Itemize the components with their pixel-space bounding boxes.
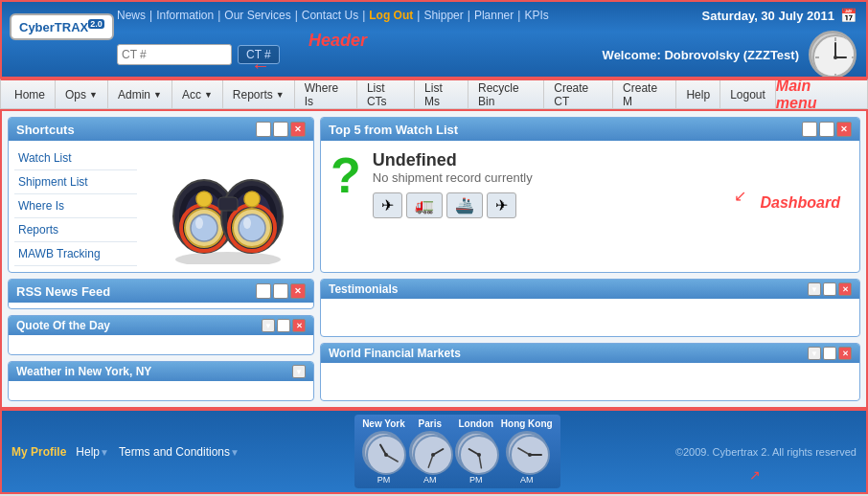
shortcut-watch-list[interactable]: Watch List <box>14 147 137 170</box>
footer: My Profile Help▼ Terms and Conditions▼ N… <box>0 409 868 494</box>
rss-panel: RSS News Feed ▼ ▭ ✕ <box>8 279 314 309</box>
svg-point-37 <box>477 453 481 457</box>
sep7: | <box>517 9 520 22</box>
nav-planner[interactable]: Planner <box>474 9 514 22</box>
clock-newyork-label: New York <box>362 418 405 429</box>
menu-where-is[interactable]: Where Is <box>295 80 357 108</box>
top5-up-btn[interactable]: ▲ <box>802 122 817 137</box>
menu-create-ct[interactable]: Create CT <box>544 80 613 108</box>
top5-body: ? Undefined No shipment record currently… <box>321 141 859 228</box>
footer-my-profile[interactable]: My Profile <box>11 445 66 459</box>
svg-point-20 <box>239 214 265 241</box>
nav-kpis[interactable]: KPIs <box>524 9 548 22</box>
menu-help[interactable]: Help <box>676 80 720 108</box>
nav-logout[interactable]: Log Out <box>369 9 413 22</box>
rss-header: RSS News Feed ▼ ▭ ✕ <box>9 280 313 303</box>
content-area: Shortcuts ▲ ▭ ✕ Watch List Shipment List… <box>0 109 868 409</box>
svg-point-33 <box>431 453 435 457</box>
ct-search-input[interactable] <box>117 44 232 65</box>
nav-shipper[interactable]: Shipper <box>423 9 463 22</box>
menu-list-cts[interactable]: List CTs <box>357 80 415 108</box>
menu-reports[interactable]: Reports▼ <box>223 80 295 108</box>
footer-arrow-annotation: ↗ <box>749 467 761 483</box>
svg-point-24 <box>244 192 260 207</box>
clock-hong-kong: Hong Kong AM <box>501 418 553 485</box>
top5-close-btn[interactable]: ✕ <box>836 122 852 137</box>
truck-icon: 🚛 <box>406 192 443 218</box>
svg-rect-22 <box>218 197 238 211</box>
nav-our-services[interactable]: Our Services <box>224 9 290 22</box>
svg-point-21 <box>243 217 251 229</box>
quote-controls: ▼ ▭ ✕ <box>262 319 306 332</box>
nav-news[interactable]: News <box>117 9 146 22</box>
shortcut-mawb[interactable]: MAWB Tracking <box>14 242 137 266</box>
admin-dropdown-icon: ▼ <box>153 90 162 100</box>
markets-restore-btn[interactable]: ▭ <box>823 347 836 360</box>
svg-point-3 <box>834 56 837 59</box>
terms-arrow: ▼ <box>230 447 240 458</box>
quote-restore-btn[interactable]: ▭ <box>277 319 290 332</box>
markets-title: World Financial Markets <box>329 347 461 360</box>
menu-admin[interactable]: Admin▼ <box>108 80 172 108</box>
right-bottom-col: Testimonials ▼ ▭ ✕ World Financial Marke… <box>320 279 860 401</box>
shortcuts-up-btn[interactable]: ▲ <box>256 122 271 137</box>
shortcuts-header: Shortcuts ▲ ▭ ✕ <box>9 118 313 141</box>
testimonials-panel: Testimonials ▼ ▭ ✕ <box>320 279 860 337</box>
quote-close-btn[interactable]: ✕ <box>292 319 306 332</box>
clock-hongkong-ampm: AM <box>520 475 534 485</box>
header-annotation: Header <box>308 31 367 51</box>
header-arrow: → <box>251 55 270 77</box>
testimonials-close-btn[interactable]: ✕ <box>838 282 852 296</box>
markets-close-btn[interactable]: ✕ <box>838 347 852 360</box>
menu-ops[interactable]: Ops▼ <box>56 80 108 108</box>
testimonials-expand-btn[interactable]: ▼ <box>808 282 821 296</box>
rss-down-btn[interactable]: ▼ <box>256 283 271 299</box>
calendar-icon: 📅 <box>840 8 857 23</box>
shortcuts-controls: ▲ ▭ ✕ <box>256 122 306 137</box>
rss-close-btn[interactable]: ✕ <box>290 283 306 299</box>
clock-london-label: London <box>458 418 493 429</box>
shortcut-reports[interactable]: Reports <box>14 218 137 242</box>
sep5: | <box>417 9 420 22</box>
shortcuts-links: Watch List Shipment List Where Is Report… <box>9 141 143 272</box>
quote-body <box>9 335 313 354</box>
header-clock <box>809 31 857 79</box>
nav-information[interactable]: Information <box>156 9 214 22</box>
markets-expand-btn[interactable]: ▼ <box>808 347 821 360</box>
menu-acc[interactable]: Acc▼ <box>172 80 223 108</box>
menu-recycle-bin[interactable]: Recycle Bin <box>468 80 544 108</box>
reports-dropdown-icon: ▼ <box>276 90 285 100</box>
rss-restore-btn[interactable]: ▭ <box>273 283 288 299</box>
svg-point-23 <box>196 192 212 207</box>
help-arrow: ▼ <box>100 447 109 458</box>
header-nav: News | Information | Our Services | Cont… <box>117 9 549 22</box>
footer-copyright: ©2009. Cybertrax 2. All rights reserved <box>675 446 857 458</box>
binoculars-image <box>143 141 313 272</box>
quote-expand-btn[interactable]: ▼ <box>262 319 275 332</box>
testimonials-restore-btn[interactable]: ▭ <box>823 282 836 296</box>
top5-restore-btn[interactable]: ▭ <box>819 122 834 137</box>
menu-home[interactable]: Home <box>5 80 56 108</box>
shortcuts-restore-btn[interactable]: ▭ <box>273 122 288 137</box>
menu-logout[interactable]: Logout <box>720 80 776 108</box>
top5-subtitle: No shipment record currently <box>373 170 850 185</box>
markets-header: World Financial Markets ▼ ▭ ✕ <box>321 344 859 363</box>
nav-contact-us[interactable]: Contact Us <box>302 9 358 22</box>
shortcuts-body: Watch List Shipment List Where Is Report… <box>9 141 313 272</box>
menu-list-ms[interactable]: List Ms <box>415 80 468 108</box>
weather-expand-btn[interactable]: ▼ <box>292 365 306 378</box>
left-bottom-col: RSS News Feed ▼ ▭ ✕ Quote Of the Day ▼ ▭… <box>8 279 314 401</box>
shortcuts-title: Shortcuts <box>16 123 75 137</box>
shortcuts-close-btn[interactable]: ✕ <box>290 122 306 137</box>
shortcut-where-is[interactable]: Where Is <box>14 194 137 218</box>
rail-icon: ✈ <box>487 192 516 218</box>
menu-create-m[interactable]: Create M <box>613 80 676 108</box>
top5-title: Top 5 from Watch List <box>329 123 458 137</box>
footer-help[interactable]: Help▼ <box>76 445 109 459</box>
shortcuts-panel: Shortcuts ▲ ▭ ✕ Watch List Shipment List… <box>8 117 314 273</box>
svg-point-13 <box>191 214 217 241</box>
footer-terms[interactable]: Terms and Conditions▼ <box>119 445 240 459</box>
clock-hongkong-label: Hong Kong <box>501 418 553 429</box>
footer-left: My Profile Help▼ Terms and Conditions▼ <box>11 445 240 459</box>
shortcut-shipment-list[interactable]: Shipment List <box>14 170 137 194</box>
